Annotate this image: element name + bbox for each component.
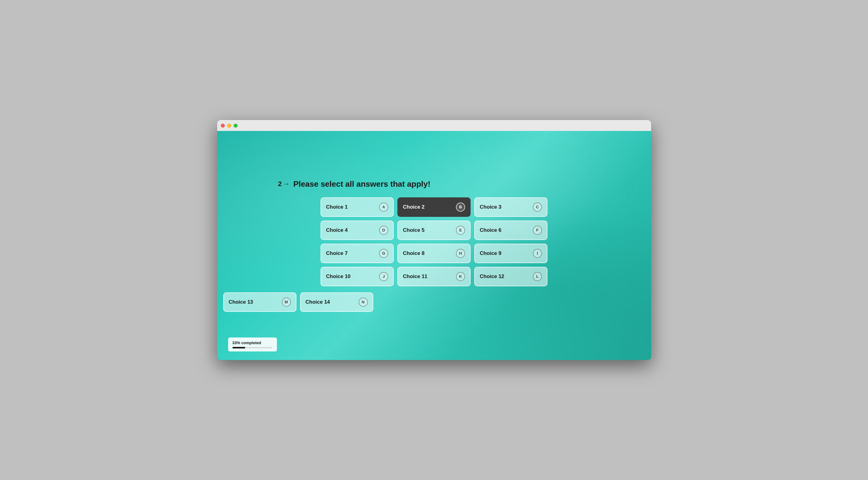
choice-key-g: G bbox=[379, 249, 388, 258]
progress-bar-container: 33% completed bbox=[228, 338, 277, 351]
choice-button-d[interactable]: Choice 4D bbox=[320, 220, 394, 240]
choice-label-g: Choice 7 bbox=[326, 250, 348, 256]
choice-key-j: J bbox=[379, 272, 388, 281]
choice-key-m: M bbox=[282, 298, 291, 307]
progress-fill bbox=[232, 347, 246, 348]
choice-button-f[interactable]: Choice 6F bbox=[474, 220, 548, 240]
choice-label-h: Choice 8 bbox=[403, 250, 425, 256]
choice-label-a: Choice 1 bbox=[326, 204, 348, 210]
progress-label: 33% completed bbox=[232, 341, 273, 345]
choices-last-row: Choice 13MChoice 14N bbox=[223, 293, 373, 312]
choice-key-a: A bbox=[379, 203, 388, 212]
question-text: Please select all answers that apply! bbox=[293, 179, 430, 189]
choice-button-k[interactable]: Choice 11K bbox=[397, 267, 471, 286]
choice-key-h: H bbox=[456, 249, 465, 258]
title-bar bbox=[217, 120, 651, 131]
close-button[interactable] bbox=[221, 124, 225, 128]
survey-container: 2 → Please select all answers that apply… bbox=[217, 131, 651, 360]
choice-key-i: I bbox=[533, 249, 542, 258]
choice-label-n: Choice 14 bbox=[306, 299, 330, 305]
choice-button-e[interactable]: Choice 5E bbox=[397, 220, 471, 240]
choice-key-b: B bbox=[456, 203, 465, 212]
choice-button-a[interactable]: Choice 1A bbox=[320, 197, 394, 217]
choice-key-d: D bbox=[379, 226, 388, 235]
choice-key-k: K bbox=[456, 272, 465, 281]
choice-button-b[interactable]: Choice 2B bbox=[397, 197, 471, 217]
choices-grid: Choice 1AChoice 2BChoice 3CChoice 4DChoi… bbox=[320, 197, 548, 286]
choice-label-c: Choice 3 bbox=[480, 204, 501, 210]
arrow-icon: → bbox=[283, 180, 290, 188]
choice-label-l: Choice 12 bbox=[480, 274, 504, 280]
choice-label-j: Choice 10 bbox=[326, 274, 350, 280]
choice-label-e: Choice 5 bbox=[403, 227, 425, 233]
choice-key-f: F bbox=[533, 226, 542, 235]
choice-button-g[interactable]: Choice 7G bbox=[320, 244, 394, 263]
mac-window: 2 → Please select all answers that apply… bbox=[217, 120, 651, 360]
choice-key-e: E bbox=[456, 226, 465, 235]
choice-button-c[interactable]: Choice 3C bbox=[474, 197, 548, 217]
choice-label-b: Choice 2 bbox=[403, 204, 425, 210]
choice-label-i: Choice 9 bbox=[480, 250, 501, 256]
choice-button-h[interactable]: Choice 8H bbox=[397, 244, 471, 263]
choice-label-f: Choice 6 bbox=[480, 227, 501, 233]
choice-button-l[interactable]: Choice 12L bbox=[474, 267, 548, 286]
choice-button-j[interactable]: Choice 10J bbox=[320, 267, 394, 286]
progress-track bbox=[232, 347, 272, 348]
choice-button-m[interactable]: Choice 13M bbox=[223, 293, 297, 312]
maximize-button[interactable] bbox=[234, 124, 238, 128]
choice-label-m: Choice 13 bbox=[229, 299, 253, 305]
minimize-button[interactable] bbox=[227, 124, 231, 128]
choice-button-i[interactable]: Choice 9I bbox=[474, 244, 548, 263]
choice-key-c: C bbox=[533, 203, 542, 212]
choice-label-d: Choice 4 bbox=[326, 227, 348, 233]
choice-label-k: Choice 11 bbox=[403, 274, 427, 280]
window-content: 2 → Please select all answers that apply… bbox=[217, 131, 651, 360]
choice-key-n: N bbox=[359, 298, 368, 307]
question-header: 2 → Please select all answers that apply… bbox=[278, 179, 431, 189]
question-number: 2 → bbox=[278, 180, 290, 188]
choice-button-n[interactable]: Choice 14N bbox=[300, 293, 373, 312]
choice-key-l: L bbox=[533, 272, 542, 281]
